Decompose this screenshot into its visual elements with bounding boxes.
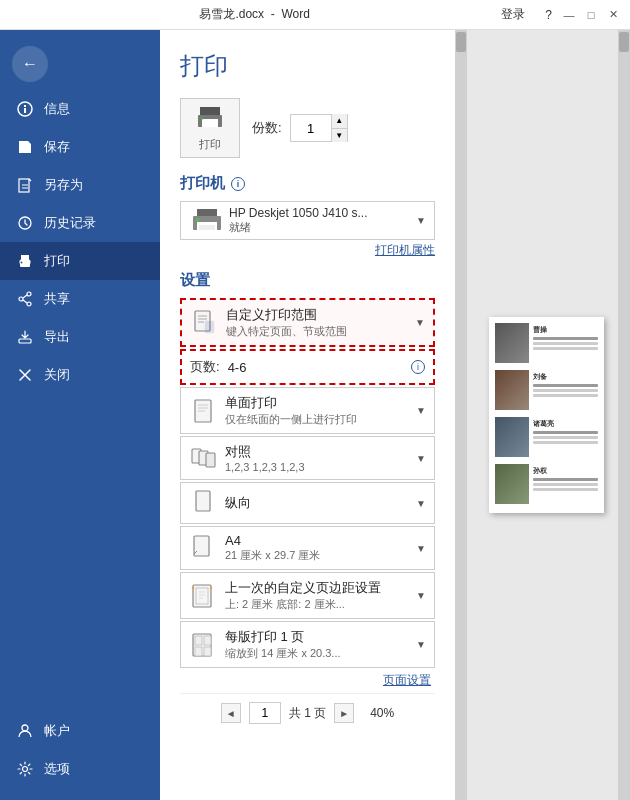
preview-text-0: 曹操 bbox=[533, 323, 598, 363]
title-bar-right-actions: 登录 ? bbox=[501, 6, 560, 23]
print-button[interactable]: 打印 bbox=[180, 98, 240, 158]
page-input-row: 页数: i bbox=[180, 349, 435, 385]
page-input-info-icon[interactable]: i bbox=[411, 360, 425, 374]
collate-sub: 1,2,3 1,2,3 1,2,3 bbox=[225, 461, 408, 473]
minimize-button[interactable]: — bbox=[560, 6, 578, 24]
export-icon bbox=[16, 328, 34, 346]
setting-row-size[interactable]: A4 21 厘米 x 29.7 厘米 ▼ bbox=[180, 526, 435, 570]
size-dropdown-arrow: ▼ bbox=[416, 543, 426, 554]
copies-decrement[interactable]: ▼ bbox=[331, 129, 347, 143]
preview-img-2 bbox=[495, 417, 529, 457]
range-main: 自定义打印范围 bbox=[226, 306, 407, 324]
sided-icon bbox=[189, 397, 217, 425]
prev-page-button[interactable]: ◄ bbox=[221, 703, 241, 723]
sidebar-label-account: 帐户 bbox=[44, 722, 70, 740]
copies-input[interactable] bbox=[291, 115, 331, 141]
svg-point-11 bbox=[19, 297, 23, 301]
preview-name-1: 刘备 bbox=[533, 372, 598, 382]
preview-name-3: 孙权 bbox=[533, 466, 598, 476]
printer-props-link[interactable]: 打印机属性 bbox=[180, 242, 435, 259]
copies-row: 打印 份数: ▲ ▼ bbox=[180, 98, 435, 158]
perpage-content: 每版打印 1 页 缩放到 14 厘米 x 20.3... bbox=[225, 628, 408, 661]
size-main: A4 bbox=[225, 533, 408, 548]
sidebar-label-print: 打印 bbox=[44, 252, 70, 270]
close-button[interactable]: ✕ bbox=[604, 6, 622, 24]
svg-rect-38 bbox=[204, 647, 211, 656]
title-bar-title: 易雪龙.docx - Word bbox=[8, 6, 501, 23]
preview-name-0: 曹操 bbox=[533, 325, 598, 335]
svg-rect-35 bbox=[195, 636, 202, 645]
margins-sub: 上: 2 厘米 底部: 2 厘米... bbox=[225, 597, 408, 612]
collate-content: 对照 1,2,3 1,2,3 1,2,3 bbox=[225, 443, 408, 473]
sidebar-item-share[interactable]: 共享 bbox=[0, 280, 160, 318]
sidebar-item-print[interactable]: 打印 bbox=[0, 242, 160, 280]
range-icon bbox=[190, 309, 218, 337]
preview-img-3 bbox=[495, 464, 529, 504]
settings-section: 设置 自定义打印范围 键入特定页面、 bbox=[180, 271, 435, 689]
printer-info-icon[interactable]: i bbox=[231, 177, 245, 191]
range-dropdown-arrow: ▼ bbox=[415, 317, 425, 328]
setting-row-margins[interactable]: 上一次的自定义页边距设置 上: 2 厘米 底部: 2 厘米... ▼ bbox=[180, 572, 435, 619]
printer-selector[interactable]: HP Deskjet 1050 J410 s... 就绪 ▼ bbox=[180, 201, 435, 240]
preview-right-scrollbar[interactable] bbox=[618, 30, 630, 800]
svg-point-18 bbox=[201, 116, 204, 119]
printer-section-title: 打印机 i bbox=[180, 174, 435, 193]
page-input[interactable] bbox=[228, 360, 403, 375]
preview-text-2: 诸葛亮 bbox=[533, 417, 598, 457]
setting-row-orient[interactable]: 纵向 ▼ bbox=[180, 482, 435, 524]
preview-page: 曹操 刘备 bbox=[489, 317, 604, 513]
printer-icon bbox=[189, 207, 221, 235]
back-button[interactable]: ← bbox=[12, 46, 48, 82]
setting-row-collate[interactable]: 对照 1,2,3 1,2,3 1,2,3 ▼ bbox=[180, 436, 435, 480]
maximize-button[interactable]: □ bbox=[582, 6, 600, 24]
svg-rect-30 bbox=[196, 491, 210, 511]
filename-label: 易雪龙.docx bbox=[199, 7, 264, 21]
page-settings-link[interactable]: 页面设置 bbox=[383, 673, 435, 687]
copies-increment[interactable]: ▲ bbox=[331, 114, 347, 129]
share-icon bbox=[16, 290, 34, 308]
svg-point-14 bbox=[23, 767, 28, 772]
preview-card-3: 孙权 bbox=[495, 464, 598, 504]
sidebar-item-history[interactable]: 历史记录 bbox=[0, 204, 160, 242]
copies-label: 份数: bbox=[252, 119, 282, 137]
copies-input-wrap: ▲ ▼ bbox=[290, 114, 348, 142]
svg-rect-37 bbox=[195, 647, 202, 656]
preview-text-3: 孙权 bbox=[533, 464, 598, 504]
sidebar-item-saveas[interactable]: 另存为 bbox=[0, 166, 160, 204]
setting-row-sided[interactable]: 单面打印 仅在纸面的一侧上进行打印 ▼ bbox=[180, 387, 435, 434]
right-scrollbar-thumb bbox=[619, 32, 629, 52]
sidebar-item-account[interactable]: 帐户 bbox=[0, 712, 160, 750]
svg-point-10 bbox=[27, 302, 31, 306]
size-icon bbox=[189, 534, 217, 562]
setting-row-range[interactable]: 自定义打印范围 键入特定页面、节或范围 ▼ bbox=[180, 298, 435, 347]
collate-dropdown-arrow: ▼ bbox=[416, 453, 426, 464]
perpage-sub: 缩放到 14 厘米 x 20.3... bbox=[225, 646, 408, 661]
sidebar-label-options: 选项 bbox=[44, 760, 70, 778]
sided-dropdown-arrow: ▼ bbox=[416, 405, 426, 416]
page-nav: ◄ 共 1 页 ► 40% bbox=[180, 693, 435, 732]
login-button[interactable]: 登录 bbox=[501, 6, 525, 23]
sidebar-item-export[interactable]: 导出 bbox=[0, 318, 160, 356]
content-area: 打印 打印 份数: bbox=[160, 30, 630, 800]
page-number-input[interactable] bbox=[249, 702, 281, 724]
help-button[interactable]: ? bbox=[545, 8, 552, 22]
sidebar-item-options[interactable]: 选项 bbox=[0, 750, 160, 788]
app-name-label: Word bbox=[281, 7, 309, 21]
svg-rect-2 bbox=[24, 105, 26, 107]
print-button-label: 打印 bbox=[199, 137, 221, 152]
preview-panel: 曹操 刘备 bbox=[455, 30, 630, 800]
svg-point-8 bbox=[21, 262, 23, 264]
sidebar-label-close: 关闭 bbox=[44, 366, 70, 384]
window-controls: — □ ✕ bbox=[560, 6, 622, 24]
sidebar-item-info[interactable]: 信息 bbox=[0, 90, 160, 128]
setting-row-perpage[interactable]: 每版打印 1 页 缩放到 14 厘米 x 20.3... ▼ bbox=[180, 621, 435, 668]
next-page-button[interactable]: ► bbox=[334, 703, 354, 723]
save-icon bbox=[16, 138, 34, 156]
info-icon bbox=[16, 100, 34, 118]
svg-point-9 bbox=[27, 292, 31, 296]
print-area: 打印 打印 份数: bbox=[160, 30, 630, 800]
sidebar-item-close[interactable]: 关闭 bbox=[0, 356, 160, 394]
sidebar-item-save[interactable]: 保存 bbox=[0, 128, 160, 166]
collate-main: 对照 bbox=[225, 443, 408, 461]
preview-left-scrollbar[interactable] bbox=[455, 30, 467, 800]
